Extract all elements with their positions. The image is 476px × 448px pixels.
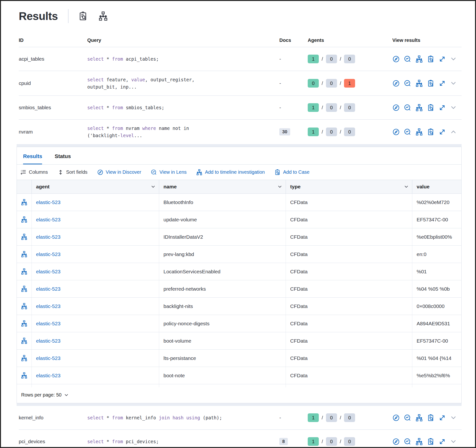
discover-icon[interactable] — [392, 104, 400, 111]
timeline-icon — [21, 251, 27, 257]
query-row-kernel-info: kernel_info select * from kernel_info jo… — [19, 406, 462, 430]
chevron-down-icon[interactable] — [450, 104, 457, 111]
column-agents: Agents — [308, 38, 392, 43]
view-in-lens-label: View in Lens — [159, 169, 187, 175]
case-icon[interactable] — [427, 104, 434, 111]
page-title: Results — [19, 10, 58, 23]
row-timeline-action[interactable] — [17, 246, 32, 263]
lens-icon[interactable] — [404, 104, 411, 111]
agent-cell: elastic-523 — [32, 211, 159, 228]
discover-icon[interactable] — [392, 128, 400, 136]
discover-icon[interactable] — [392, 438, 400, 445]
inspect-icon[interactable] — [78, 11, 88, 21]
expand-icon[interactable] — [438, 55, 446, 63]
agent-link[interactable]: elastic-523 — [36, 338, 61, 344]
view-results-actions — [392, 104, 462, 111]
name-cell: boot-volume — [159, 332, 286, 349]
row-timeline-action[interactable] — [17, 211, 32, 228]
discover-icon[interactable] — [392, 55, 400, 63]
timeline-icon[interactable] — [415, 104, 423, 111]
columns-icon — [20, 169, 26, 175]
lens-icon[interactable] — [404, 128, 411, 136]
case-icon[interactable] — [427, 80, 434, 87]
rows-per-page[interactable]: Rows per page: 50 — [21, 392, 62, 398]
expand-icon[interactable] — [438, 80, 446, 87]
timeline-icon[interactable] — [98, 11, 108, 21]
row-timeline-action[interactable] — [17, 367, 32, 384]
case-icon[interactable] — [427, 414, 434, 422]
agent-link[interactable]: elastic-523 — [36, 286, 61, 292]
name-cell: boot-note — [159, 367, 286, 384]
timeline-icon[interactable] — [415, 438, 423, 445]
value-cell: %04 %05 %0b — [412, 280, 461, 297]
discover-icon[interactable] — [392, 414, 400, 422]
tab-results[interactable]: Results — [23, 153, 42, 164]
discover-icon[interactable] — [392, 80, 400, 87]
agent-cell: elastic-523 — [32, 246, 159, 263]
panel-tabs: Results Status — [17, 147, 461, 165]
case-icon[interactable] — [427, 438, 434, 445]
row-timeline-action[interactable] — [17, 298, 32, 315]
agent-link[interactable]: elastic-523 — [36, 321, 61, 326]
value-cell: %e0Ebplist00% — [412, 228, 461, 245]
expand-icon[interactable] — [438, 128, 446, 136]
expand-icon[interactable] — [438, 104, 446, 111]
add-to-timeline-button[interactable]: Add to timeline investigation — [196, 169, 265, 175]
case-icon[interactable] — [427, 128, 434, 136]
agent-link[interactable]: elastic-523 — [36, 269, 61, 275]
header-cell-value[interactable]: value — [412, 180, 461, 193]
header-cell-type[interactable]: type — [286, 180, 412, 193]
row-timeline-action[interactable] — [17, 228, 32, 245]
sort-fields-button[interactable]: Sort fields — [57, 169, 88, 175]
agent-link[interactable]: elastic-523 — [36, 355, 61, 361]
view-in-lens-button[interactable]: View in Lens — [151, 169, 187, 175]
expand-icon[interactable] — [438, 414, 446, 422]
agents-pending-badge: 0 — [326, 55, 337, 63]
column-view-results: View results — [392, 38, 462, 43]
value-cell: 0×008c0000 — [412, 298, 461, 315]
row-timeline-action[interactable] — [17, 194, 32, 211]
add-to-case-button[interactable]: Add to Case — [274, 169, 309, 175]
chevron-down-icon[interactable] — [450, 80, 457, 87]
agent-link[interactable]: elastic-523 — [36, 373, 61, 378]
header-cell-name[interactable]: name — [159, 180, 286, 193]
clipped-row — [17, 384, 461, 387]
case-icon[interactable] — [427, 55, 434, 63]
row-timeline-action[interactable] — [17, 350, 32, 367]
row-timeline-action[interactable] — [17, 315, 32, 332]
query-id: acpi_tables — [19, 56, 87, 62]
agents-success-badge: 1 — [308, 437, 319, 446]
agent-column-label: agent — [36, 184, 50, 190]
agent-link[interactable]: elastic-523 — [36, 217, 61, 223]
row-timeline-action[interactable] — [17, 263, 32, 280]
chevron-down-icon[interactable] — [450, 438, 457, 445]
lens-icon[interactable] — [404, 80, 411, 87]
header-cell-agent[interactable]: agent — [32, 180, 159, 193]
agent-link[interactable]: elastic-523 — [36, 303, 61, 309]
tab-status[interactable]: Status — [55, 153, 71, 164]
name-cell: prev-lang:kbd — [159, 246, 286, 263]
chevron-up-icon[interactable] — [450, 128, 457, 135]
agent-link[interactable]: elastic-523 — [36, 199, 61, 205]
chevron-down-icon[interactable] — [450, 56, 457, 62]
name-cell: update-volume — [159, 211, 286, 228]
agent-link[interactable]: elastic-523 — [36, 251, 61, 257]
agent-link[interactable]: elastic-523 — [36, 234, 61, 240]
chevron-down-icon[interactable] — [64, 393, 69, 397]
view-in-discover-button[interactable]: View in Discover — [97, 169, 141, 175]
timeline-icon[interactable] — [415, 55, 423, 63]
columns-button[interactable]: Columns — [20, 169, 48, 175]
expand-icon[interactable] — [438, 438, 446, 445]
lens-icon[interactable] — [404, 414, 411, 422]
query-sql: select * from pci_devices; — [87, 438, 279, 445]
row-timeline-action[interactable] — [17, 280, 32, 297]
timeline-icon — [21, 320, 27, 327]
timeline-icon[interactable] — [415, 414, 423, 422]
queries-table: ID Query Docs Agents View results acpi_t… — [19, 34, 462, 144]
lens-icon[interactable] — [404, 438, 411, 445]
chevron-down-icon[interactable] — [450, 414, 457, 421]
row-timeline-action[interactable] — [17, 332, 32, 349]
timeline-icon[interactable] — [415, 128, 423, 136]
timeline-icon[interactable] — [415, 80, 423, 87]
lens-icon[interactable] — [404, 55, 411, 63]
